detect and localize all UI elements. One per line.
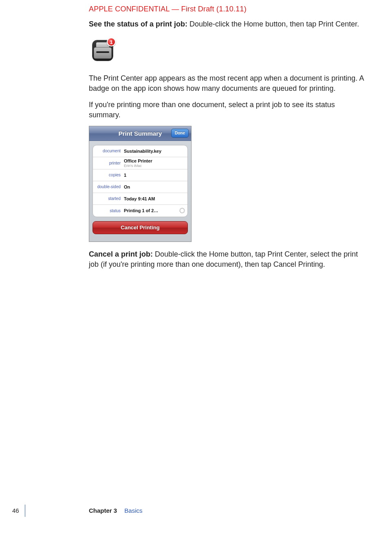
- label-doublesided: double-sided: [95, 184, 124, 189]
- see-status-para: See the status of a print job: Double-cl…: [89, 19, 368, 29]
- printer-body-icon: [94, 47, 112, 59]
- done-button[interactable]: Done: [171, 129, 189, 138]
- cancel-job-para: Cancel a print job: Double-click the Hom…: [89, 249, 368, 270]
- row-doublesided: double-sided On: [93, 181, 187, 193]
- row-copies: copies 1: [93, 169, 187, 181]
- footer-divider: [25, 505, 25, 517]
- value-document: Sustainability.key: [124, 149, 185, 154]
- value-printer-name: Office Printer: [124, 158, 152, 163]
- print-summary-panel: Print Summary Done document Sustainabili…: [89, 126, 192, 242]
- badge-count: 1: [107, 37, 116, 46]
- print-center-icon-wrap: 1: [89, 37, 368, 64]
- print-center-app-icon: 1: [89, 37, 117, 64]
- label-printer: printer: [95, 161, 124, 165]
- panel-titlebar: Print Summary Done: [89, 126, 191, 141]
- row-status: status Printing 1 of 2…: [93, 205, 187, 217]
- row-document: document Sustainability.key: [93, 145, 187, 157]
- para-app-appears: The Print Center app appears as the most…: [89, 73, 368, 94]
- label-started: started: [95, 196, 124, 201]
- value-printer-sub: Erin's iMac: [124, 164, 185, 168]
- printer-slot-icon: [96, 51, 109, 53]
- label-copies: copies: [95, 173, 124, 177]
- value-printer: Office Printer Erin's iMac: [124, 158, 185, 168]
- summary-list: document Sustainability.key printer Offi…: [92, 145, 188, 217]
- cancel-lead: Cancel a print job:: [89, 250, 153, 258]
- page-number: 46: [12, 507, 19, 514]
- label-document: document: [95, 149, 124, 153]
- chapter-title: Basics: [124, 507, 142, 514]
- done-button-label: Done: [175, 131, 185, 135]
- row-printer: printer Office Printer Erin's iMac: [93, 157, 187, 169]
- chapter-number: Chapter 3: [89, 507, 117, 514]
- value-copies: 1: [124, 173, 185, 178]
- cancel-printing-label: Cancel Printing: [121, 224, 159, 231]
- see-status-lead: See the status of a print job:: [89, 20, 187, 28]
- panel-title: Print Summary: [119, 130, 162, 137]
- confidential-header: APPLE CONFIDENTIAL — First Draft (1.10.1…: [89, 5, 368, 13]
- cancel-printing-button[interactable]: Cancel Printing: [92, 221, 188, 234]
- page-footer: 46 Chapter 3 Basics: [0, 506, 392, 516]
- value-status: Printing 1 of 2…: [124, 208, 179, 213]
- spinner-icon: [179, 208, 185, 213]
- value-doublesided: On: [124, 184, 185, 189]
- row-started: started Today 9:41 AM: [93, 193, 187, 205]
- chapter-info: Chapter 3 Basics: [89, 507, 143, 514]
- page: APPLE CONFIDENTIAL — First Draft (1.10.1…: [0, 0, 392, 538]
- value-started: Today 9:41 AM: [124, 196, 185, 201]
- label-status: status: [95, 209, 124, 213]
- para-if-more: If you're printing more than one documen…: [89, 100, 368, 120]
- see-status-body: Double-click the Home button, then tap P…: [187, 20, 359, 28]
